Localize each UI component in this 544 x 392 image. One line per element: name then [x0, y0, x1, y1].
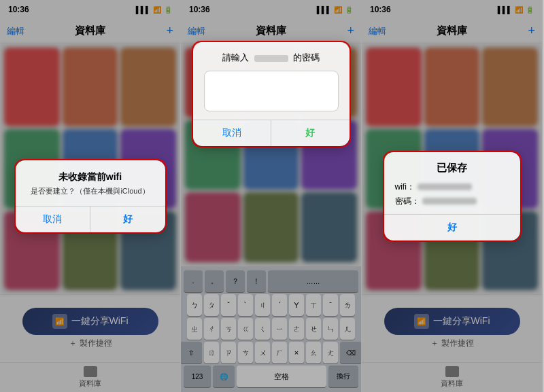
pwd-title-suffix: 的密碼 [293, 52, 320, 63]
saved-border-3: 已保存 wifi： 密碼： 好 [383, 151, 522, 242]
saved-pwd-label: 密碼： [395, 196, 420, 207]
pwd-buttons-2: 取消 好 [193, 120, 350, 146]
pwd-input-area-2[interactable] [204, 71, 339, 111]
saved-wifi-row: wifi： [395, 181, 509, 193]
saved-confirm-btn-3[interactable]: 好 [384, 215, 520, 240]
saved-dialog-3: 已保存 wifi： 密碼： 好 [384, 152, 520, 240]
saved-wifi-value [418, 183, 472, 190]
saved-pwd-row: 密碼： [395, 196, 509, 207]
alert-dialog-1: 未收錄當前wifi 是否要建立？（僅在本機與iCloud） 取消 好 [16, 160, 165, 232]
saved-overlay-3: 已保存 wifi： 密碼： 好 [362, 0, 542, 392]
alert-buttons-1: 取消 好 [16, 206, 165, 232]
saved-wifi-label: wifi： [395, 181, 415, 193]
saved-pwd-value [422, 198, 477, 204]
saved-title-3: 已保存 [395, 162, 509, 175]
alert-border-1: 未收錄當前wifi 是否要建立？（僅在本機與iCloud） 取消 好 [14, 159, 167, 234]
phone-panel-3: 10:36 ▌▌▌ 📶 🔋 編輯 資料庫 + 已保存 wifi： [362, 0, 543, 392]
alert-cancel-btn-1[interactable]: 取消 [16, 207, 90, 232]
alert-overlay-1: 未收錄當前wifi 是否要建立？（僅在本機與iCloud） 取消 好 [0, 0, 180, 392]
pwd-border-2: 請輸入 的密碼 取消 好 [192, 41, 351, 147]
phone-panel-1: 10:36 ▌▌▌ 📶 🔋 編輯 資料庫 + 未收錄當前wifi 是否要建立？（… [0, 0, 181, 392]
alert-msg-1: 是否要建立？（僅在本機與iCloud） [27, 186, 154, 196]
pwd-cancel-btn-2[interactable]: 取消 [193, 120, 271, 146]
alert-title-1: 未收錄當前wifi [27, 171, 154, 183]
saved-btn-row-3: 好 [384, 214, 520, 240]
alert-confirm-btn-1[interactable]: 好 [90, 207, 165, 232]
pwd-title-2: 請輸入 的密碼 [204, 52, 339, 64]
pwd-dialog-2: 請輸入 的密碼 取消 好 [193, 42, 350, 146]
pwd-title-prefix: 請輸入 [222, 52, 249, 63]
pwd-wifi-name-blur [254, 55, 288, 62]
phone-panel-2: 10:36 ▌▌▌ 📶 🔋 編輯 資料庫 + 請輸入 的密碼 [181, 0, 362, 392]
pwd-confirm-btn-2[interactable]: 好 [271, 120, 350, 146]
pwd-overlay-2: 請輸入 的密碼 取消 好 [181, 0, 361, 392]
